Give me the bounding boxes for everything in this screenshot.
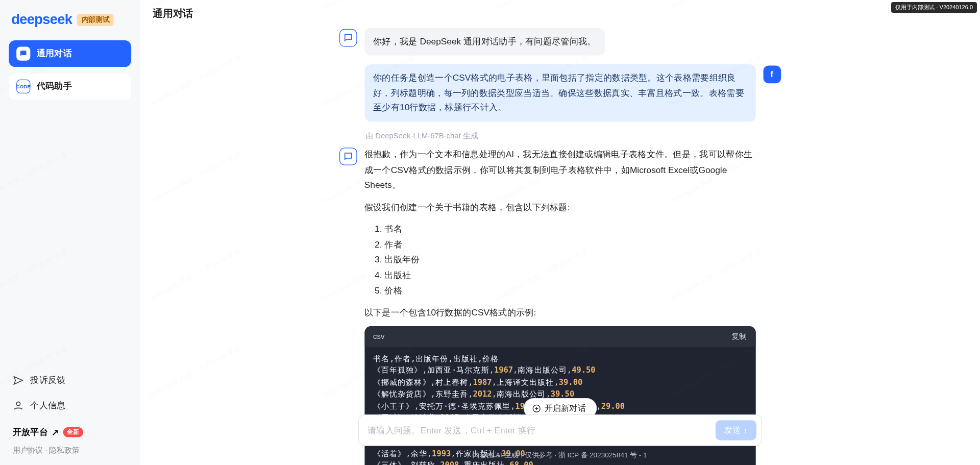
reply-paragraph: 以下是一个包含10行数据的CSV格式的示例: [364, 305, 755, 320]
sidebar-link-label: 个人信息 [30, 400, 65, 411]
logo: deepseek 内部测试 [9, 11, 131, 28]
sidebar-item-label: 通用对话 [37, 48, 72, 59]
version-tag: 仅用于内部测试 - V20240126.0 [891, 2, 977, 13]
sidebar-item-code-assist[interactable]: CODE 代码助手 [9, 73, 131, 100]
svg-point-0 [16, 402, 20, 405]
bot-bubble: 你好，我是 DeepSeek 通用对话助手，有问题尽管问我。 [364, 28, 605, 55]
internal-badge: 内部测试 [77, 14, 114, 26]
footer-note: 内容由 AI 生成，仅供参考 · 浙 ICP 备 2023025841 号 - … [473, 451, 647, 460]
external-icon: ↗ [52, 427, 59, 437]
sidebar-link-label: 投诉反馈 [30, 375, 65, 386]
open-platform-label: 开放平台 [13, 427, 48, 438]
send-label: 发送 [724, 425, 741, 436]
main: 通用对话 你好，我是 DeepSeek 通用对话助手，有问题尽管问我。 你的任务… [140, 0, 979, 465]
send-button[interactable]: 发送 ↑ [716, 420, 756, 440]
sidebar-item-label: 代码助手 [37, 81, 72, 92]
user-bubble: 你的任务是创造一个CSV格式的电子表格，里面包括了指定的数据类型。这个表格需要组… [364, 64, 755, 122]
sidebar: deepseek 内部测试 通用对话 CODE 代码助手 投诉反馈 个人信息 开… [0, 0, 140, 465]
list-item: 书名 [384, 221, 755, 236]
chat-icon [16, 46, 30, 60]
arrow-up-icon: ↑ [743, 426, 747, 435]
list-item: 作者 [384, 236, 755, 252]
user-icon [13, 400, 24, 411]
chat-plus-icon [531, 403, 541, 413]
bot-avatar [339, 29, 357, 47]
user-avatar: f [763, 65, 781, 83]
code-lang: csv [373, 330, 384, 343]
logo-text: deepseek [11, 11, 72, 28]
sidebar-feedback[interactable]: 投诉反馈 [9, 370, 131, 391]
sidebar-item-general-chat[interactable]: 通用对话 [9, 40, 131, 67]
topbar: 通用对话 [140, 0, 979, 28]
list-item: 出版社 [384, 267, 755, 283]
composer: 发送 ↑ [358, 414, 762, 446]
bot-avatar [339, 148, 357, 165]
generated-by: 由 DeepSeek-LLM-67B-chat 生成 [365, 131, 780, 141]
copy-button[interactable]: 复制 [731, 330, 747, 343]
message-row-user: 你的任务是创造一个CSV格式的电子表格，里面包括了指定的数据类型。这个表格需要组… [339, 64, 780, 122]
new-conversation-label: 开启新对话 [545, 403, 585, 414]
legal-links[interactable]: 用户协议 · 隐私政策 [9, 442, 131, 456]
sidebar-open-platform[interactable]: 开放平台 ↗ 全新 [9, 423, 131, 442]
sidebar-profile[interactable]: 个人信息 [9, 395, 131, 417]
message-row-bot: 你好，我是 DeepSeek 通用对话助手，有问题尽管问我。 [339, 28, 780, 55]
code-icon: CODE [16, 80, 30, 93]
reply-list: 书名 作者 出版年份 出版社 价格 [364, 221, 755, 298]
message-input[interactable] [368, 425, 716, 435]
reply-paragraph: 很抱歉，作为一个文本和信息处理的AI，我无法直接创建或编辑电子表格文件。但是，我… [364, 146, 755, 193]
list-item: 价格 [384, 283, 755, 298]
list-item: 出版年份 [384, 252, 755, 267]
page-title: 通用对话 [153, 7, 193, 20]
new-badge: 全新 [63, 427, 84, 437]
send-icon [13, 375, 24, 386]
reply-paragraph: 假设我们创建一个关于书籍的表格，包含以下列标题: [364, 199, 755, 214]
